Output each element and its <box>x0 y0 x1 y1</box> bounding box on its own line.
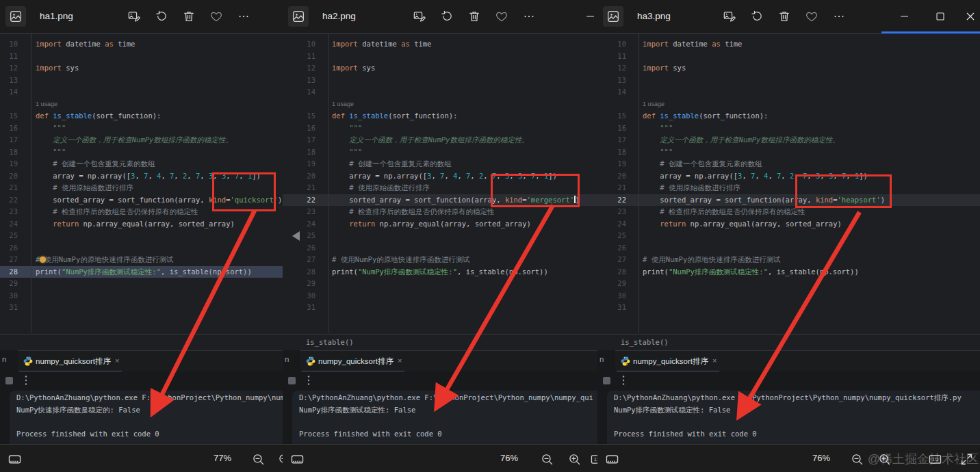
line-number: 14 <box>597 86 626 99</box>
code-token: """ <box>643 148 673 156</box>
line-number: 22 <box>283 194 315 207</box>
line-number: 14 <box>0 86 18 99</box>
rotate-icon <box>750 10 764 23</box>
code-token: """ <box>36 148 66 156</box>
editor-code-line: 18 """ <box>0 146 283 159</box>
kebab-menu-icon[interactable] <box>622 375 633 386</box>
run-tab-close-icon[interactable]: × <box>712 356 717 365</box>
run-tab-label[interactable]: numpy_quicksort排序 <box>633 356 708 367</box>
zoom-in-button[interactable] <box>276 451 283 467</box>
window-title: ha3.png <box>637 11 671 21</box>
code-token: 定义一个函数，用于检查NumPy数组排序函数的稳定性。 <box>332 135 529 144</box>
editor-code-line: 23 # 检查排序后的数组是否仍保持原有的稳定性 <box>283 206 597 218</box>
filmstrip-button[interactable] <box>604 451 619 467</box>
filmstrip-button[interactable] <box>289 451 305 467</box>
code-token: , <box>431 172 440 180</box>
edit-image-button[interactable] <box>412 9 427 24</box>
python-logo-icon <box>306 356 315 366</box>
line-number: 30 <box>283 290 315 302</box>
one-to-one-button[interactable]: 1:1 <box>927 451 942 467</box>
minimize-button[interactable] <box>582 8 597 25</box>
editor-code-line: 17 定义一个函数，用于检查NumPy数组排序函数的稳定性。 <box>597 134 980 146</box>
more-button[interactable] <box>236 9 251 24</box>
rotate-button[interactable] <box>439 9 454 24</box>
line-number: 13 <box>597 75 626 87</box>
maximize-button[interactable] <box>931 8 949 25</box>
editor-code-line: 27# 使用NumPy的原地快速排序函数进行测试 <box>0 254 283 266</box>
line-number: 26 <box>0 242 18 254</box>
console-line <box>16 416 283 428</box>
more-button[interactable] <box>521 9 537 24</box>
code-text: 定义一个函数，用于检查NumPy数组排序函数的稳定性。 <box>332 134 529 146</box>
editor-code-line: 30 <box>597 290 980 302</box>
code-token: sys <box>62 64 79 72</box>
delete-button[interactable] <box>181 9 196 24</box>
photos-window-3: ha3.png10import datetime as time1112impo… <box>597 0 980 472</box>
run-tab-label[interactable]: numpy_quicksort排序 <box>36 356 111 367</box>
usage-annotation: 1 usage <box>643 99 665 111</box>
title-bar: ha1.png <box>0 0 283 34</box>
rotate-button[interactable] <box>749 9 764 24</box>
code-token: # 使用NumPy的原地快速排序函数进行测试 <box>643 255 781 263</box>
line-number: 30 <box>0 290 18 302</box>
line-number: 24 <box>0 218 18 231</box>
favorite-button[interactable] <box>209 9 224 24</box>
line-number: 12 <box>0 62 18 75</box>
stop-button[interactable] <box>5 376 14 385</box>
delete-icon <box>182 10 196 23</box>
delete-button[interactable] <box>467 9 482 24</box>
run-tab-label[interactable]: numpy_quicksort排序 <box>318 356 394 367</box>
edit-image-button[interactable] <box>127 9 142 24</box>
code-token: def <box>643 112 656 120</box>
editor-code-line: 25 <box>0 230 283 242</box>
stop-button[interactable] <box>287 376 296 385</box>
edit-image-button[interactable] <box>722 9 737 24</box>
run-tab-close-icon[interactable]: × <box>398 356 402 365</box>
gutter-collapse-arrow-icon <box>292 231 300 241</box>
zoom-level: 77% <box>214 453 231 463</box>
rotate-icon <box>440 10 454 23</box>
line-number: 20 <box>0 170 18 183</box>
code-text: # 检查排序后的数组是否仍保持原有的稳定性 <box>332 206 494 218</box>
photos-app-button[interactable] <box>603 6 623 27</box>
kebab-menu-icon[interactable] <box>307 375 318 386</box>
run-tab-row: numpy_quicksort排序× <box>283 350 597 372</box>
more-button[interactable] <box>831 9 847 24</box>
code-token: , is_stable(np.sort)) <box>161 267 252 276</box>
delete-button[interactable] <box>777 9 792 24</box>
photos-app-button[interactable] <box>288 6 309 27</box>
editor-code-line: 25 <box>283 230 597 242</box>
rotate-button[interactable] <box>154 9 169 24</box>
kebab-menu-icon[interactable] <box>25 375 36 386</box>
favorite-button[interactable] <box>804 9 819 24</box>
code-token: return <box>53 220 79 228</box>
zoom-in-button[interactable] <box>877 451 892 467</box>
code-text: """ <box>332 146 362 159</box>
line-number: 15 <box>0 110 18 122</box>
expand-button[interactable] <box>959 451 974 467</box>
one-to-one-icon: 1:1 <box>590 452 598 467</box>
rotate-icon <box>155 10 168 23</box>
one-to-one-button[interactable]: 1:1 <box>589 451 597 467</box>
close-button[interactable] <box>962 8 979 25</box>
editor-code-line: 22 sorted_array = sort_function(array, k… <box>597 194 980 207</box>
stop-button[interactable] <box>602 376 611 385</box>
photos-app-button[interactable] <box>5 6 26 27</box>
run-tab-close-icon[interactable]: × <box>115 356 119 365</box>
favorite-button[interactable] <box>494 9 509 24</box>
line-number: 10 <box>0 38 18 51</box>
strip-cutoff-letter: n <box>2 355 6 363</box>
zoom-out-button[interactable] <box>539 451 554 467</box>
editor-code-line: 16 """ <box>597 122 980 135</box>
minimize-button[interactable] <box>896 8 914 25</box>
status-bar: 77% <box>0 444 283 472</box>
zoom-out-button[interactable] <box>849 451 864 467</box>
filmstrip-button[interactable] <box>7 451 22 467</box>
editor-code-line: 19 # 创建一个包含重复元素的数组 <box>0 158 283 170</box>
code-token: import <box>332 40 358 48</box>
line-number: 26 <box>597 242 626 254</box>
zoom-out-button[interactable] <box>250 451 266 467</box>
zoom-in-button[interactable] <box>567 451 582 467</box>
code-text: return np.array_equal(array, sorted_arra… <box>36 218 235 231</box>
line-number: 25 <box>0 230 18 242</box>
